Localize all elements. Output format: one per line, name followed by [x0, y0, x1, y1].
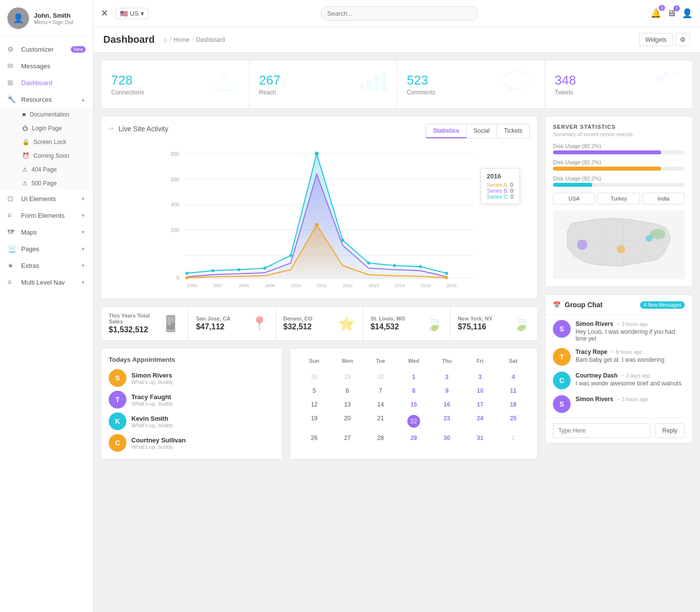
- appt-courtney: C Courtney Sullivan What's up, buddy: [109, 434, 274, 452]
- user-name: John. Smith: [34, 12, 73, 19]
- sidebar-item-messages[interactable]: ✉ Messages: [0, 58, 93, 74]
- cal-cell[interactable]: 6: [331, 384, 364, 397]
- sidebar-item-500[interactable]: ⚠ 500 Page: [15, 176, 93, 190]
- cal-cell[interactable]: 11: [497, 384, 530, 397]
- day-tue: Tue: [364, 356, 397, 366]
- cal-cell[interactable]: 9: [430, 384, 463, 397]
- sidebar-item-login[interactable]: ⏻ Login Page: [15, 121, 93, 135]
- tab-statistics[interactable]: Statistics: [426, 124, 466, 138]
- sidebar-item-documentation[interactable]: ■ Documentation: [15, 108, 93, 121]
- notification-btn[interactable]: 🔔 3: [650, 8, 661, 19]
- chat-input[interactable]: [553, 423, 651, 438]
- stat-card-reach: 267 Reach: [249, 60, 397, 108]
- language-selector[interactable]: 🇺🇸 US ▾: [116, 8, 149, 19]
- appt-sub-tracy: What's up, buddy: [131, 401, 173, 407]
- newyork-amount: $75,116: [458, 322, 493, 331]
- sidebar-item-customizer[interactable]: ⚙ Customizer New: [0, 41, 93, 58]
- sidebar-item-resources[interactable]: 🔧 Resources ▲: [0, 91, 93, 108]
- cal-cell[interactable]: 15: [397, 398, 430, 411]
- chat-name-simon1: Simon Rivers: [576, 321, 613, 327]
- calendar-card: Sun Mon Tue Wed Thu Fri Sat 28 29: [290, 348, 538, 460]
- menu-link[interactable]: Menu: [34, 19, 48, 25]
- sidebar-item-formelements[interactable]: ≡ Form Elements ▼: [0, 207, 93, 224]
- sidebar-item-pages[interactable]: 📃 Pages ▼: [0, 240, 93, 257]
- cal-cell[interactable]: 5: [298, 384, 331, 397]
- server-subtitle: Summary of recent server events.: [553, 131, 685, 137]
- cal-cell[interactable]: 4: [497, 371, 530, 383]
- reply-button[interactable]: Reply: [655, 423, 685, 438]
- cal-cell[interactable]: 28: [298, 371, 331, 383]
- sidebar-item-comingsoon[interactable]: ⏰ Coming Soon: [15, 149, 93, 163]
- maps-icon: 🗺: [7, 228, 17, 236]
- settings-button[interactable]: ⚙: [675, 33, 690, 46]
- sidebar-item-dashboard[interactable]: ⊞ Dashboard: [0, 74, 93, 91]
- cal-cell[interactable]: 29: [397, 432, 430, 444]
- sidebar-item-screenlock[interactable]: 🔒 Screen Lock: [15, 135, 93, 149]
- page-title-row: Dashboard ⌂ / Home / Dashboard: [103, 34, 225, 45]
- sidebar-item-uielements[interactable]: ⊡ UI Elements ▼: [0, 190, 93, 207]
- svg-rect-2: [360, 84, 365, 91]
- cal-cell[interactable]: 2: [430, 371, 463, 383]
- cal-cell[interactable]: 20: [331, 412, 364, 431]
- sidebar-item-multilevel[interactable]: ≡ Multi Level Nav ▼: [0, 274, 93, 291]
- cal-cell[interactable]: 13: [331, 398, 364, 411]
- cal-cell[interactable]: 19: [298, 412, 331, 431]
- cal-cell[interactable]: 21: [364, 412, 397, 431]
- close-icon[interactable]: ✕: [101, 8, 108, 19]
- widgets-button[interactable]: Widgets: [639, 33, 673, 46]
- form-label: Form Elements: [21, 212, 64, 219]
- cal-cell[interactable]: 12: [298, 398, 331, 411]
- tab-social[interactable]: Social: [467, 124, 497, 138]
- day-sun: Sun: [298, 356, 331, 366]
- sanjose-label: San Jose, CA: [196, 316, 230, 321]
- signout-link[interactable]: Sign Out: [53, 19, 74, 25]
- appt-name-simon: Simon Rivers: [131, 372, 173, 379]
- cal-cell[interactable]: 30: [364, 371, 397, 383]
- cal-cell[interactable]: 7: [364, 384, 397, 397]
- cal-cell-today[interactable]: 22: [397, 412, 430, 431]
- chevron-down2-icon: ▼: [81, 213, 86, 218]
- cal-cell[interactable]: 1: [497, 432, 530, 444]
- chat-msg-content-1: Simon Rivers ~ 3 hours ago Hey Louis, I …: [576, 320, 685, 342]
- cal-cell[interactable]: 31: [463, 432, 496, 444]
- cal-cell[interactable]: 23: [430, 412, 463, 431]
- cal-cell[interactable]: 18: [497, 398, 530, 411]
- cal-cell[interactable]: 16: [430, 398, 463, 411]
- cal-cell[interactable]: 24: [463, 412, 496, 431]
- cal-cell[interactable]: 1: [397, 371, 430, 383]
- user-btn[interactable]: 👤: [682, 8, 693, 19]
- chat-name-courtney: Courtney Dash: [576, 372, 617, 379]
- page-header: Dashboard ⌂ / Home / Dashboard Widgets ⚙: [93, 27, 700, 53]
- svg-point-47: [445, 276, 448, 279]
- cal-cell[interactable]: 8: [397, 384, 430, 397]
- sidebar-item-extras[interactable]: ★ Extras ▼: [0, 257, 93, 274]
- cal-cell[interactable]: 30: [430, 432, 463, 444]
- cal-cell[interactable]: 26: [298, 432, 331, 444]
- cal-cell[interactable]: 17: [463, 398, 496, 411]
- cal-cell[interactable]: 3: [463, 371, 496, 383]
- sidebar-item-404[interactable]: ⚠ 404 Page: [15, 163, 93, 176]
- chart-area: 800 600 400 200 0 2006 2007 2008 2009 20…: [109, 144, 530, 291]
- country-btn-usa[interactable]: USA: [553, 193, 595, 204]
- cal-cell[interactable]: 29: [331, 371, 364, 383]
- monitor-btn[interactable]: 🖥 7: [667, 8, 676, 19]
- country-btn-turkey[interactable]: Turkey: [598, 193, 640, 204]
- topbar-right: 🔔 3 🖥 7 👤: [650, 8, 693, 19]
- svg-point-42: [393, 264, 396, 267]
- search-input[interactable]: [321, 6, 478, 21]
- cal-cell[interactable]: 27: [331, 432, 364, 444]
- cal-cell[interactable]: 25: [497, 412, 530, 431]
- cal-cell[interactable]: 28: [364, 432, 397, 444]
- stat-card-comments: 523 Comments: [397, 60, 545, 108]
- country-btn-india[interactable]: India: [642, 193, 685, 204]
- sidebar-item-maps[interactable]: 🗺 Maps ▼: [0, 224, 93, 240]
- tab-tickets[interactable]: Tickets: [497, 124, 529, 138]
- toolbar: Widgets ⚙: [639, 33, 690, 46]
- cal-cell[interactable]: 10: [463, 384, 496, 397]
- maps-label: Maps: [21, 229, 37, 236]
- svg-point-6: [503, 71, 532, 89]
- appt-avatar-kevin: K: [109, 412, 126, 430]
- breadcrumb-home[interactable]: Home: [174, 36, 189, 43]
- cal-cell[interactable]: 14: [364, 398, 397, 411]
- chat-msg-content-3: Courtney Dash ~ 3 days ago I was wonde a…: [576, 372, 681, 387]
